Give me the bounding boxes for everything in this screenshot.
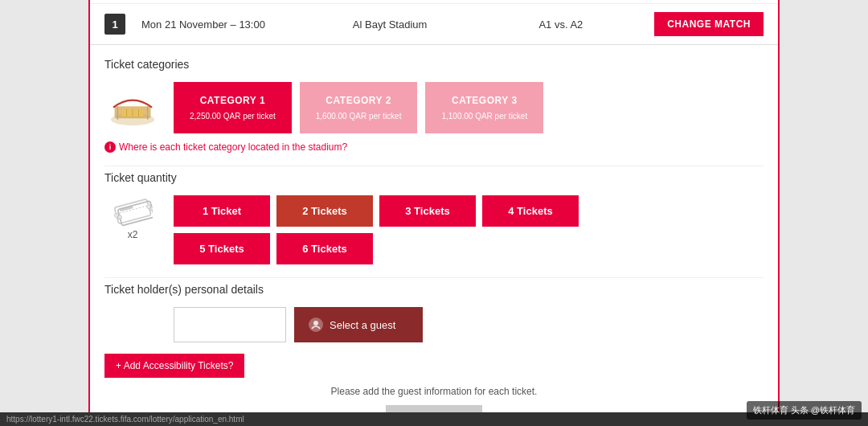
match-bar: 1 Mon 21 November – 13:00 Al Bayt Stadiu… [90,4,778,45]
modal: INDIVIDUAL MATCH TICKETS CANCEL ✕ 1 Mon … [88,0,780,426]
match-teams: A1 vs. A2 [483,18,638,31]
category-1-button[interactable]: CATEGORY 1 2,250.00 QAR per ticket [174,82,292,133]
bottom-bar: https://lottery1-intl.fwc22.tickets.fifa… [0,412,868,426]
match-number: 1 [104,14,125,35]
ticket-x2-label: x2 [128,229,138,240]
stadium-icon [108,88,157,128]
cat1-price: 2,250.00 QAR per ticket [190,110,276,122]
select-guest-button[interactable]: Select a guest [294,307,423,342]
user-icon [309,317,323,332]
qty-2-button[interactable]: 2 Tickets [276,195,373,227]
page-wrapper: INDIVIDUAL MATCH TICKETS CANCEL ✕ 1 Mon … [0,0,868,426]
stadium-icon-wrap [104,84,161,132]
url-text: https://lottery1-intl.fwc22.tickets.fifa… [6,415,244,424]
qty-3-button[interactable]: 3 Tickets [379,195,476,227]
watermark-text: 铁杆体育 头条 @铁杆体育 [753,405,855,415]
guest-info-text: Please add the guest information for eac… [104,386,764,397]
category-info-text: i Where is each ticket category located … [104,141,764,153]
ticket-icon [113,195,153,227]
cat2-price: 1,600.00 QAR per ticket [316,110,402,122]
name-input[interactable] [174,307,286,342]
category-2-button[interactable]: CATEGORY 2 1,600.00 QAR per ticket [300,82,418,133]
cat3-price: 1,100.00 QAR per ticket [441,110,527,122]
match-date: Mon 21 November – 13:00 [141,18,297,31]
details-row: Select a guest [104,307,764,342]
ticket-categories-title: Ticket categories [104,58,764,71]
divider-1 [104,166,764,166]
ticket-categories-row: CATEGORY 1 2,250.00 QAR per ticket CATEG… [104,82,764,133]
accessibility-label: + Add Accessibility Tickets? [116,360,233,371]
quantity-row: x2 1 Ticket 2 Tickets 3 Tickets 4 Ticket… [104,195,764,264]
category-3-button[interactable]: CATEGORY 3 1,100.00 QAR per ticket [425,82,543,133]
accessibility-button[interactable]: + Add Accessibility Tickets? [104,354,244,378]
quantity-buttons-wrap: 1 Ticket 2 Tickets 3 Tickets 4 Tickets 5… [174,195,579,264]
user-svg-icon [311,320,321,330]
cat2-label: CATEGORY 2 [316,93,402,108]
match-stadium: Al Bayt Stadium [313,18,468,31]
details-inputs: Select a guest [174,307,423,342]
ticket-quantity-section: Ticket quantity [104,171,764,264]
svg-point-16 [313,321,318,326]
ticket-icon-wrap: x2 [104,195,161,240]
change-match-button[interactable]: CHANGE MATCH [654,12,764,36]
personal-details-section: Ticket holder(s) personal details [104,283,764,426]
personal-details-title: Ticket holder(s) personal details [104,283,764,296]
svg-rect-13 [117,201,153,226]
select-guest-label: Select a guest [330,319,395,331]
watermark: 铁杆体育 头条 @铁杆体育 [747,401,862,420]
category-buttons: CATEGORY 1 2,250.00 QAR per ticket CATEG… [174,82,543,133]
qty-row-1: 1 Ticket 2 Tickets 3 Tickets 4 Tickets [174,195,579,227]
qty-1-button[interactable]: 1 Ticket [174,195,270,227]
qty-5-button[interactable]: 5 Tickets [174,233,270,264]
ticket-categories-section: Ticket categories [104,58,764,153]
modal-body: Ticket categories [90,45,778,426]
cat3-label: CATEGORY 3 [441,93,527,108]
qty-6-button[interactable]: 6 Tickets [276,233,373,264]
category-info-label: Where is each ticket category located in… [119,141,347,153]
qty-row-2: 5 Tickets 6 Tickets [174,233,579,264]
divider-2 [104,277,764,278]
cat1-label: CATEGORY 1 [190,93,276,108]
ticket-quantity-title: Ticket quantity [104,171,764,184]
info-icon: i [104,141,116,153]
qty-4-button[interactable]: 4 Tickets [482,195,579,227]
